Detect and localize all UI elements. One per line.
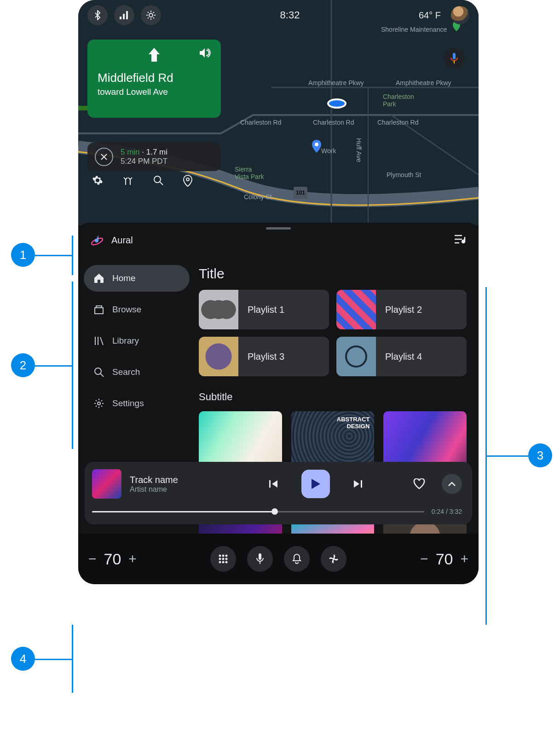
location-pin-icon[interactable] [183, 175, 192, 189]
navigation-tools [92, 175, 192, 189]
svg-point-18 [222, 558, 225, 560]
temp-decrease-button[interactable]: − [420, 551, 428, 567]
microphone-button[interactable] [247, 546, 273, 572]
callout-1: 1 [11, 243, 35, 267]
svg-rect-1 [120, 17, 121, 19]
playlist-card[interactable]: Playlist 1 [199, 290, 329, 329]
map-label: Charleston Rd [377, 119, 419, 126]
eta-card[interactable]: 5 min · 1.7 mi 5:24 PM PDT [87, 143, 221, 171]
navigation-direction-card[interactable]: Middlefield Rd toward Lowell Ave [87, 40, 221, 118]
map-view[interactable]: Shoreline Maintenance Amphitheatre Pkwy … [78, 0, 479, 225]
now-playing-art[interactable] [92, 469, 121, 499]
rail-item-browse[interactable]: Browse [84, 296, 190, 323]
svg-point-10 [95, 368, 101, 374]
svg-point-0 [315, 143, 318, 146]
browse-icon [94, 305, 104, 314]
search-icon [94, 367, 104, 377]
playlist-card[interactable]: Playlist 3 [199, 337, 329, 376]
playlist-label: Playlist 1 [238, 305, 284, 315]
temp-increase-button[interactable]: + [128, 551, 137, 567]
rail-label: Home [112, 273, 136, 283]
temp-decrease-button[interactable]: − [88, 551, 97, 567]
fan-button[interactable] [321, 546, 346, 572]
svg-rect-23 [259, 553, 261, 560]
playlist-label: Playlist 4 [376, 351, 422, 362]
queue-icon[interactable] [455, 234, 467, 246]
progress-fill [92, 511, 275, 512]
rail-label: Library [112, 336, 139, 346]
svg-rect-12 [269, 480, 271, 488]
climate-left: − 70 + [88, 550, 137, 568]
playlist-thumb [336, 290, 376, 329]
rail-item-home[interactable]: Home [84, 265, 190, 292]
svg-point-14 [219, 555, 221, 557]
arrow-up-icon [148, 48, 161, 62]
progress-thumb[interactable] [271, 508, 278, 515]
artist-name: Artist name [130, 485, 222, 494]
map-pin-work [312, 140, 321, 153]
nav-toward: toward Lowell Ave [98, 87, 211, 97]
map-label: Amphitheatre Pkwy [396, 79, 451, 86]
drag-handle[interactable] [266, 227, 291, 230]
map-label: Plymouth St [387, 171, 421, 178]
svg-point-19 [225, 558, 228, 560]
callout-line [487, 455, 528, 457]
signal-icon[interactable] [114, 5, 134, 25]
callout-bracket [72, 282, 73, 449]
callout-line [35, 255, 72, 256]
user-avatar[interactable] [451, 6, 469, 24]
rail-item-library[interactable]: Library [84, 328, 190, 354]
svg-point-21 [222, 561, 225, 564]
callout-4: 4 [11, 647, 35, 671]
svg-point-20 [219, 561, 221, 564]
app-name: Aural [111, 235, 447, 246]
svg-point-4 [149, 13, 153, 17]
close-navigation-button[interactable] [95, 148, 113, 166]
notifications-button[interactable] [284, 546, 310, 572]
search-icon[interactable] [153, 175, 164, 189]
rail-item-settings[interactable]: Settings [84, 390, 190, 417]
next-track-button[interactable] [348, 474, 368, 494]
rail-label: Search [112, 367, 140, 377]
callout-bracket [485, 287, 487, 625]
now-playing-info[interactable]: Track name Artist name [130, 475, 222, 494]
app-launcher-button[interactable] [210, 546, 236, 572]
map-label: Charleston Rd [240, 119, 282, 126]
brightness-icon[interactable] [141, 5, 161, 25]
nav-settings-icon[interactable] [92, 175, 103, 189]
speaker-icon[interactable] [200, 48, 211, 60]
current-location-dot [327, 98, 346, 109]
play-button[interactable] [301, 470, 330, 498]
climate-right: − 70 + [420, 550, 468, 568]
map-label: Colony St [244, 193, 272, 201]
playlist-thumb [336, 337, 376, 376]
temp-increase-button[interactable]: + [460, 551, 468, 567]
svg-point-7 [154, 176, 161, 183]
alternate-routes-icon[interactable] [122, 175, 133, 189]
map-label-work: Work [321, 147, 336, 155]
favorite-button[interactable] [410, 474, 429, 494]
playlist-label: Playlist 2 [376, 305, 422, 315]
device-frame: Shoreline Maintenance Amphitheatre Pkwy … [78, 0, 479, 584]
map-label: Huff Ave [355, 138, 363, 162]
map-label: Charleston Rd [313, 119, 354, 126]
callout-bracket [72, 236, 73, 275]
callout-line [35, 659, 72, 660]
svg-point-15 [222, 555, 225, 557]
playlist-card[interactable]: Playlist 2 [336, 290, 467, 329]
callout-3: 3 [528, 443, 552, 467]
nav-street: Middlefield Rd [98, 71, 211, 85]
rail-item-search[interactable]: Search [84, 359, 190, 385]
rail-label: Browse [112, 305, 141, 315]
voice-assistant-button[interactable] [444, 48, 465, 69]
previous-track-button[interactable] [264, 474, 283, 494]
playlist-card[interactable]: Playlist 4 [336, 337, 467, 376]
playlist-label: Playlist 3 [238, 351, 284, 362]
climate-temp-right: 70 [436, 550, 453, 568]
library-icon [94, 336, 104, 346]
svg-rect-2 [123, 14, 125, 19]
expand-player-button[interactable] [442, 474, 462, 494]
bluetooth-icon[interactable] [87, 5, 108, 25]
progress-bar[interactable]: 0:24 / 3:32 [92, 507, 462, 516]
climate-temp-left: 70 [104, 550, 121, 568]
